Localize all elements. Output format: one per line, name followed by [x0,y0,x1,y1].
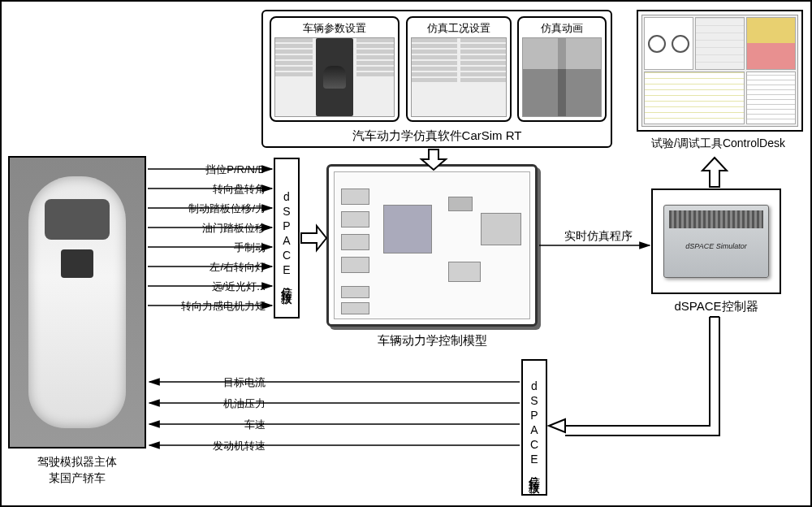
board-label-right: dSPACE信号转接板 [527,379,542,475]
carsim-conditions-window: 仿真工况设置 [406,16,512,122]
carsim-group-label: 汽车动力学仿真软件CarSim RT [261,128,612,144]
carsim-animation-window: 仿真动画 [517,16,607,122]
dspace-controller [651,188,781,294]
carsim-params-window: 车辆参数设置 [270,16,400,122]
car-body-icon [28,176,126,428]
signal-in-2: 车速 [152,418,266,432]
log-panel-icon [746,72,796,124]
signal-out-2: 制动踏板位移/力 [152,202,266,216]
signal-out-3: 油门踏板位移 [152,221,266,236]
car-label-2: 某国产轿车 [8,471,146,486]
controldesk-label: 试验/调试工具ControlDesk [627,136,810,151]
carsim-tab1-title: 车辆参数设置 [303,21,366,36]
signal-out-6: 远/近光灯... [152,280,266,294]
dspace-controller-label: dSPACE控制器 [651,299,781,314]
signal-in-1: 机油压力 [152,396,266,411]
board-label-left: dSPACE信号转接板 [279,190,294,286]
table-panel-icon [644,72,745,124]
dspace-simulator-icon [663,205,769,278]
simulink-diagram-icon [334,171,530,319]
dspace-signal-board-right: dSPACE信号转接板 [521,359,547,496]
signal-in-0: 目标电流 [152,375,266,390]
trend-panel-icon [695,17,745,70]
status-panel-icon [746,17,796,70]
gauge-panel-icon [644,17,693,70]
controldesk-window [637,10,803,132]
signal-out-0: 挡位P/R/N/D [152,162,266,177]
car-label-1: 驾驶模拟器主体 [8,455,146,470]
vehicle-dynamics-model [326,164,538,327]
carsim-tab2-title: 仿真工况设置 [427,21,490,36]
road-scene-icon [522,37,602,117]
vehicle-thumbnail-icon [316,38,353,116]
signal-in-3: 发动机转速 [152,439,266,453]
realtime-program-label: 实时仿真程序 [554,229,643,244]
signal-out-4: 手制动 [152,240,266,255]
simulink-label: 车辆动力学控制模型 [326,333,538,349]
signal-out-1: 转向盘转角 [152,182,266,197]
carsim-tab3-title: 仿真动画 [541,21,583,36]
dspace-signal-board-left: dSPACE信号转接板 [274,158,300,318]
signal-out-5: 左/右转向灯 [152,260,266,275]
driving-simulator-vehicle [8,156,146,448]
signal-out-7: 转向力感电机力矩 [152,299,266,314]
